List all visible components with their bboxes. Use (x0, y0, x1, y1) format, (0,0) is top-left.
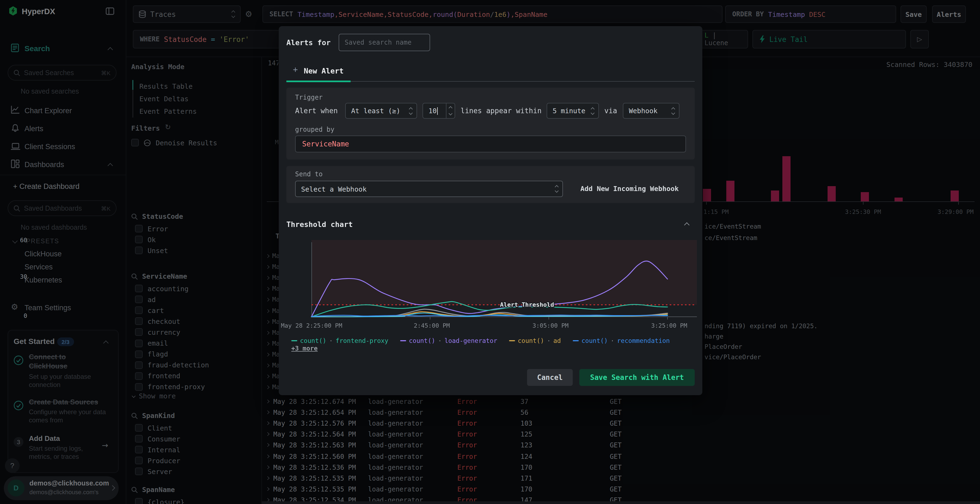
legend-series-name: frontend-proxy (336, 337, 388, 345)
legend-item[interactable]: count() · frontend-proxy (291, 337, 388, 345)
legend-separator: · (611, 337, 614, 345)
legend-swatch (400, 340, 406, 341)
x-axis-tick-label: 3:25:00 PM (651, 322, 687, 329)
alert-when-label: Alert when (295, 107, 338, 115)
threshold-value: 10 (428, 107, 437, 115)
collapse-chart-chevron-icon[interactable] (684, 223, 690, 228)
legend-series-name: recommendation (617, 337, 670, 345)
lines-within-label: lines appear within (461, 107, 541, 115)
x-axis-tick-label: 3:05:00 PM (533, 322, 568, 329)
number-spinner[interactable] (446, 103, 455, 118)
y-axis-tick-label: 60 (13, 237, 27, 244)
legend-metric: count() (409, 337, 435, 345)
new-alert-tab-plus: + (293, 65, 298, 75)
modal-title: Alerts for (286, 38, 331, 47)
saved-search-name-placeholder: Saved search name (345, 39, 412, 46)
interval-select[interactable]: 5 minute (547, 103, 599, 119)
cancel-button[interactable]: Cancel (527, 369, 573, 386)
threshold-input[interactable]: 10 (423, 103, 455, 119)
threshold-chart: Alert Threshold (309, 240, 697, 320)
saved-search-name-input[interactable]: Saved search name (339, 34, 430, 51)
legend-swatch (291, 340, 297, 341)
condition-select[interactable]: At least (≥) (345, 103, 417, 119)
svg-text:Alert Threshold: Alert Threshold (500, 301, 554, 308)
hyperdx-app: HyperDX Search Saved Searches ⌘K No save… (0, 0, 980, 504)
tab-new-alert[interactable]: New Alert (304, 67, 344, 75)
legend-item[interactable]: count() · recommendation (573, 337, 670, 345)
y-axis-tick-label: 0 (13, 312, 27, 320)
text-caret (437, 107, 438, 114)
legend-item[interactable]: count() · load-generator (400, 337, 497, 345)
y-axis-tick-label: 30 (13, 273, 27, 280)
legend-metric: count() (581, 337, 608, 345)
legend-separator: · (329, 337, 333, 345)
trigger-label: Trigger (295, 94, 323, 101)
send-to-label: Send to (295, 170, 323, 178)
legend-separator: · (547, 337, 551, 345)
trigger-card: Trigger Alert when At least (≥) 10 lines… (286, 87, 695, 159)
legend-item[interactable]: count() · ad (509, 337, 561, 345)
chart-legend: count() · frontend-proxy count() · load-… (291, 333, 696, 352)
legend-more-button[interactable]: +3 more (291, 345, 318, 352)
alert-modal: Alerts for Saved search name + New Alert… (279, 26, 702, 395)
legend-swatch (509, 340, 515, 341)
webhook-select-value: Select a Webhook (301, 185, 367, 193)
grouped-by-value: ServiceName (302, 140, 349, 148)
x-axis-tick-label: 2:45:00 PM (414, 322, 450, 329)
legend-series-name: ad (554, 337, 561, 345)
x-axis-tick-label: May 28 2:25:00 PM (281, 322, 342, 329)
channel-select[interactable]: Webhook (623, 103, 679, 119)
grouped-by-label: grouped by (295, 126, 334, 134)
condition-value: At least (≥) (351, 107, 401, 115)
webhook-select[interactable]: Select a Webhook (295, 181, 563, 197)
legend-series-name: load-generator (445, 337, 497, 345)
grouped-by-input[interactable]: ServiceName (295, 135, 686, 153)
save-search-with-alert-button[interactable]: Save Search with Alert (579, 369, 695, 386)
add-webhook-button[interactable]: Add New Incoming Webhook (581, 184, 679, 193)
interval-value: 5 minute (553, 107, 585, 115)
channel-value: Webhook (629, 107, 657, 115)
via-label: via (605, 107, 617, 115)
legend-metric: count() (300, 337, 326, 345)
active-tab-underline (286, 81, 351, 82)
threshold-chart-title: Threshold chart (286, 220, 353, 229)
send-to-card: Send to Select a Webhook Add New Incomin… (286, 166, 695, 203)
tab-divider (351, 81, 695, 82)
legend-swatch (573, 340, 579, 341)
legend-separator: · (438, 337, 442, 345)
legend-metric: count() (518, 337, 544, 345)
